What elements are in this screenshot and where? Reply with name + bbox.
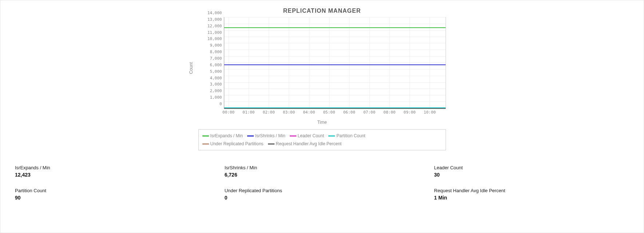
- stat-cell: IsrExpands / Min12,423: [15, 165, 210, 178]
- gridline-h: [224, 88, 446, 89]
- legend: IsrExpands / MinIsrShrinks / MinLeader C…: [198, 129, 446, 150]
- gridline-h: [224, 102, 446, 102]
- gridline-v: [289, 17, 289, 108]
- legend-item[interactable]: IsrExpands / Min: [202, 132, 243, 140]
- y-tick: 12,000: [200, 23, 224, 28]
- gridline-v: [329, 17, 329, 108]
- stat-label: Request Handler Avg Idle Percent: [434, 188, 629, 193]
- y-axis-label: Count: [189, 62, 194, 74]
- x-tick: 00:00: [222, 108, 234, 115]
- stat-cell: Partition Count90: [15, 188, 210, 201]
- stat-cell: IsrShrinks / Min6,726: [225, 165, 420, 178]
- stats-grid: IsrExpands / Min12,423IsrShrinks / Min6,…: [11, 165, 633, 201]
- x-tick: 07:00: [363, 108, 375, 115]
- legend-label: Leader Count: [298, 133, 324, 138]
- legend-item[interactable]: Request Handler Avg Idle Percent: [268, 140, 342, 148]
- stat-value: 90: [15, 195, 210, 201]
- legend-item[interactable]: Leader Count: [290, 132, 324, 140]
- y-tick: 14,000: [200, 11, 224, 15]
- gridline-v: [309, 17, 309, 108]
- y-tick: 1,000: [200, 95, 224, 100]
- legend-swatch: [268, 143, 274, 145]
- gridline-h: [224, 95, 446, 95]
- legend-item[interactable]: Under Replicated Partitions: [202, 140, 264, 148]
- stat-value: 6,726: [225, 172, 420, 178]
- chart-container: REPLICATION MANAGER Count 01,0002,0003,0…: [198, 8, 446, 150]
- y-tick: 7,000: [200, 56, 224, 61]
- stat-value: 30: [434, 172, 629, 178]
- series-line: [224, 27, 446, 28]
- y-tick: 4,000: [200, 75, 224, 80]
- x-tick: 03:00: [283, 108, 295, 115]
- x-tick: 10:00: [424, 108, 436, 115]
- legend-item[interactable]: Partition Count: [328, 132, 365, 140]
- gridline-v: [370, 17, 370, 108]
- legend-item[interactable]: IsrShrinks / Min: [247, 132, 285, 140]
- x-tick: 09:00: [404, 108, 416, 115]
- gridline-h: [224, 63, 446, 63]
- y-tick: 10,000: [200, 36, 224, 41]
- gridline-v: [269, 17, 269, 108]
- legend-swatch: [202, 143, 209, 145]
- stat-label: Leader Count: [434, 165, 629, 170]
- gridline-v: [410, 17, 410, 108]
- gridline-h: [224, 24, 446, 24]
- gridline-h: [224, 30, 446, 31]
- y-tick: 5,000: [200, 69, 224, 74]
- x-tick: 06:00: [343, 108, 355, 115]
- legend-label: IsrExpands / Min: [210, 133, 243, 138]
- legend-swatch: [247, 135, 254, 137]
- y-tick: 11,000: [200, 30, 224, 35]
- y-tick: 6,000: [200, 62, 224, 67]
- legend-swatch: [202, 135, 209, 137]
- gridline-h: [224, 50, 446, 50]
- y-tick: 8,000: [200, 50, 224, 54]
- stat-value: 0: [225, 195, 420, 201]
- gridline-v: [349, 17, 349, 108]
- legend-label: Request Handler Avg Idle Percent: [276, 141, 342, 146]
- stat-label: IsrExpands / Min: [15, 165, 210, 170]
- stat-label: IsrShrinks / Min: [225, 165, 420, 170]
- legend-label: Partition Count: [336, 133, 365, 138]
- gridline-h: [224, 69, 446, 70]
- x-tick: 01:00: [242, 108, 254, 115]
- gridline-v: [390, 17, 390, 108]
- replication-manager-panel: REPLICATION MANAGER Count 01,0002,0003,0…: [0, 0, 644, 233]
- stat-value: 12,423: [15, 172, 210, 178]
- x-tick: 08:00: [383, 108, 395, 115]
- gridline-v: [229, 17, 229, 108]
- y-tick: 13,000: [200, 17, 224, 21]
- stat-label: Partition Count: [15, 188, 210, 193]
- gridline-h: [224, 37, 446, 37]
- x-tick: 02:00: [263, 108, 275, 115]
- stat-cell: Request Handler Avg Idle Percent1 Min: [434, 188, 629, 201]
- chart-title: REPLICATION MANAGER: [198, 8, 446, 14]
- gridline-h: [224, 17, 446, 17]
- legend-swatch: [328, 135, 335, 137]
- stat-label: Under Replicated Partitions: [225, 188, 420, 193]
- y-tick: 9,000: [200, 43, 224, 48]
- legend-label: IsrShrinks / Min: [255, 133, 285, 138]
- stat-value: 1 Min: [434, 195, 629, 201]
- x-axis-label: Time: [198, 120, 446, 125]
- x-tick: 05:00: [323, 108, 335, 115]
- y-tick: 3,000: [200, 82, 224, 87]
- stat-cell: Leader Count30: [434, 165, 629, 178]
- chart-box: Count 01,0002,0003,0004,0005,0006,0007,0…: [198, 17, 446, 119]
- series-line: [224, 64, 446, 65]
- gridline-h: [224, 76, 446, 76]
- series-line: [224, 108, 446, 109]
- plot-area[interactable]: 01,0002,0003,0004,0005,0006,0007,0008,00…: [224, 17, 446, 109]
- stat-cell: Under Replicated Partitions0: [225, 188, 420, 201]
- gridline-h: [224, 56, 446, 56]
- gridline-h: [224, 82, 446, 83]
- gridline-v: [430, 17, 430, 108]
- legend-swatch: [290, 135, 296, 137]
- x-tick: 04:00: [303, 108, 315, 115]
- legend-label: Under Replicated Partitions: [210, 141, 264, 146]
- gridline-v: [249, 17, 249, 108]
- gridline-h: [224, 43, 446, 43]
- y-tick: 2,000: [200, 88, 224, 93]
- y-tick: 0: [200, 102, 224, 106]
